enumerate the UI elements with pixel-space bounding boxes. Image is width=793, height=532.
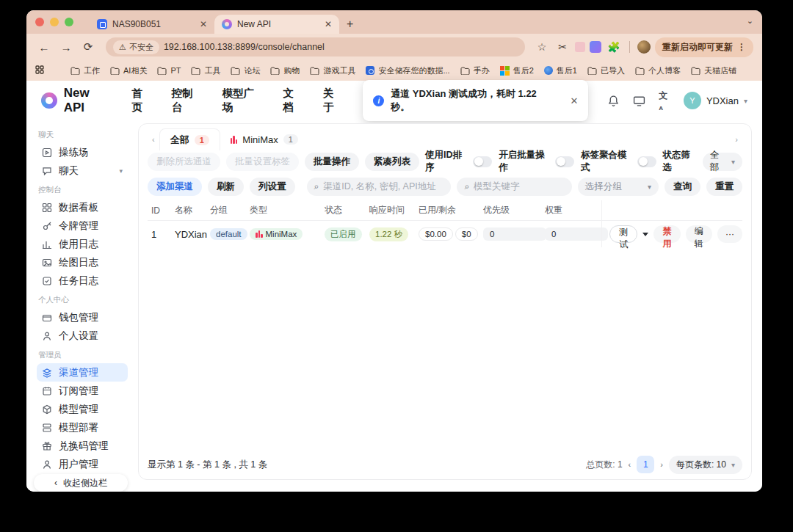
blue-extension-icon[interactable] xyxy=(590,41,601,53)
type-tag[interactable]: MiniMax xyxy=(250,228,303,240)
tab-search-icon[interactable]: ⌄ xyxy=(747,16,753,26)
sidebar-item-dashboard[interactable]: 数据看板 xyxy=(37,198,128,216)
nav-home[interactable]: 首页 xyxy=(131,87,152,114)
nav-console[interactable]: 控制台 xyxy=(172,87,203,114)
theme-monitor-icon[interactable] xyxy=(633,95,645,107)
bookmark-folder[interactable]: 论坛 xyxy=(231,65,260,76)
bookmark-folder[interactable]: AI相关 xyxy=(110,65,147,76)
model-keyword-input[interactable] xyxy=(474,181,565,192)
bookmark-link-secure-store[interactable]: 安全储存您的数据... xyxy=(366,65,449,76)
more-actions-button[interactable]: ··· xyxy=(717,225,742,243)
language-translate-icon[interactable]: 文A xyxy=(659,90,670,112)
column-settings-button[interactable]: 列设置 xyxy=(250,178,295,196)
sidebar-item-wallet[interactable]: 钱包管理 xyxy=(37,308,128,327)
toast-close-icon[interactable]: ✕ xyxy=(570,95,578,106)
tab-close-icon[interactable]: ✕ xyxy=(325,19,332,29)
channel-search-box[interactable]: ⌕ xyxy=(307,178,452,196)
sidebar-item-settings-personal[interactable]: 个人设置 xyxy=(37,327,128,345)
collapse-sidebar-button[interactable]: ‹ 收起侧边栏 xyxy=(34,474,128,492)
close-window-button[interactable] xyxy=(35,18,44,26)
update-button[interactable]: 重新启动即可更新 ⋮ xyxy=(655,37,753,57)
new-tab-button[interactable]: + xyxy=(347,18,353,31)
bookmark-folder[interactable]: 手办 xyxy=(460,65,490,76)
bookmark-folder[interactable]: 购物 xyxy=(270,65,300,76)
page-size-select[interactable]: 每页条数: 10 ▾ xyxy=(669,456,742,474)
security-chip[interactable]: ⚠ 不安全 xyxy=(113,40,159,54)
status-filter-select[interactable]: 全部 ▾ xyxy=(703,153,742,171)
sidebar-item-chat[interactable]: 聊天 ▾ xyxy=(37,161,128,180)
edit-channel-button[interactable]: 编辑 xyxy=(686,225,712,243)
bookmark-link-microsoft[interactable]: 售后2 xyxy=(500,65,534,76)
bookmark-folder[interactable]: 个人博客 xyxy=(635,65,681,76)
nav-docs[interactable]: 文档 xyxy=(283,87,303,114)
back-button[interactable]: ← xyxy=(35,41,53,54)
delete-selected-button[interactable]: 删除所选通道 xyxy=(148,153,220,171)
sidebar-item-usage-logs[interactable]: 使用日志 xyxy=(37,235,128,253)
bookmark-folder[interactable]: 工作 xyxy=(70,65,100,76)
sidebar-item-tokens[interactable]: 令牌管理 xyxy=(37,216,128,235)
browser-tab-nas[interactable]: NAS90B051 ✕ xyxy=(90,15,214,34)
refresh-button[interactable]: 刷新 xyxy=(208,178,244,196)
sidebar-item-models[interactable]: 模型管理 xyxy=(37,400,128,418)
menu-dots-icon[interactable]: ⋮ xyxy=(737,42,746,52)
group-tag[interactable]: default xyxy=(210,228,247,240)
compact-list-button[interactable]: 紧凑列表 xyxy=(365,153,419,171)
tag-aggregate-toggle[interactable] xyxy=(637,156,656,167)
tab-minimax[interactable]: MiniMax 1 xyxy=(220,128,308,150)
sidebar-item-redemption[interactable]: 兑换码管理 xyxy=(37,437,128,455)
priority-value[interactable]: 0 xyxy=(483,227,546,241)
page-number-button[interactable]: 1 xyxy=(637,456,654,473)
bookmark-link-aftersale[interactable]: 售后1 xyxy=(544,65,577,76)
add-channel-button[interactable]: 添加渠道 xyxy=(148,178,202,196)
sidebar-item-channels[interactable]: 渠道管理 xyxy=(37,363,128,382)
sidebar-item-playground[interactable]: 操练场 xyxy=(37,143,128,161)
response-time-tag[interactable]: 1.22 秒 xyxy=(369,227,408,241)
bookmark-folder[interactable]: 游戏工具 xyxy=(310,65,355,76)
forward-button[interactable]: → xyxy=(57,41,75,54)
weight-value[interactable]: 0 xyxy=(545,227,608,241)
address-bar[interactable]: ⚠ 不安全 192.168.100.138:8899/console/chann… xyxy=(106,37,525,57)
sidebar-item-model-deploy[interactable]: 模型部署 xyxy=(37,418,128,437)
sidebar-item-task-logs[interactable]: 任务日志 xyxy=(37,272,128,290)
zoom-window-button[interactable] xyxy=(65,18,73,26)
minimize-window-button[interactable] xyxy=(50,18,59,26)
test-dropdown-caret-icon[interactable] xyxy=(642,233,648,236)
browser-tab-newapi[interactable]: New API ✕ xyxy=(214,15,339,34)
apps-grid-icon[interactable] xyxy=(35,65,44,76)
bell-icon[interactable] xyxy=(607,95,620,107)
bookmark-star-icon[interactable]: ☆ xyxy=(534,41,550,53)
query-button[interactable]: 查询 xyxy=(665,178,700,196)
disable-channel-button[interactable]: 禁用 xyxy=(653,225,680,243)
extensions-puzzle-icon[interactable]: 🧩 xyxy=(606,41,622,53)
bookmark-folder[interactable]: 天猫店铺 xyxy=(691,65,736,76)
next-page-icon[interactable]: › xyxy=(660,460,663,469)
sidebar-item-drawing-logs[interactable]: 绘图日志 xyxy=(37,253,128,272)
nav-model-plaza[interactable]: 模型广场 xyxy=(222,87,264,114)
sidebar-item-subscriptions[interactable]: 订阅管理 xyxy=(37,382,128,400)
user-menu[interactable]: Y YDXian ▾ xyxy=(684,92,747,109)
screenshot-extension-icon[interactable]: ✂ xyxy=(554,41,571,53)
reload-button[interactable]: ⟳ xyxy=(79,40,97,54)
bookmark-folder[interactable]: 工具 xyxy=(191,65,220,76)
test-channel-button[interactable]: 测试 xyxy=(609,225,637,243)
model-search-box[interactable]: ⌕ xyxy=(457,178,571,196)
nav-about[interactable]: 关于 xyxy=(323,87,344,114)
bookmark-folder[interactable]: PT xyxy=(157,66,181,75)
channel-search-input[interactable] xyxy=(323,181,443,192)
sidebar-item-users[interactable]: 用户管理 xyxy=(37,455,128,473)
tabs-scroll-right-icon[interactable]: › xyxy=(731,135,742,144)
browser-profile-avatar[interactable] xyxy=(637,40,651,54)
brand[interactable]: New API xyxy=(41,86,112,115)
batch-operations-button[interactable]: 批量操作 xyxy=(305,153,359,171)
status-tag[interactable]: 已启用 xyxy=(325,227,362,241)
reset-button[interactable]: 重置 xyxy=(706,178,742,196)
pink-extension-icon[interactable] xyxy=(575,42,585,52)
tab-close-icon[interactable]: ✕ xyxy=(200,19,207,29)
tabs-scroll-left-icon[interactable]: ‹ xyxy=(148,135,159,144)
id-sort-toggle[interactable] xyxy=(473,156,492,167)
batch-ops-toggle[interactable] xyxy=(555,156,574,167)
bookmark-folder[interactable]: 已导入 xyxy=(587,65,625,76)
batch-set-tags-button[interactable]: 批量设置标签 xyxy=(226,153,299,171)
prev-page-icon[interactable]: ‹ xyxy=(629,460,631,469)
group-select[interactable]: 选择分组 ▾ xyxy=(578,178,659,196)
